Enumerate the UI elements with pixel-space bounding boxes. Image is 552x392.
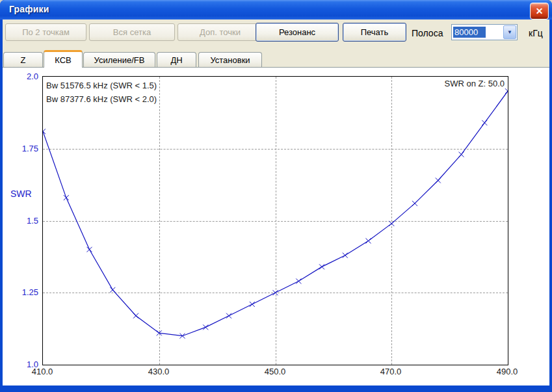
tab-dn[interactable]: ДН [157, 52, 196, 67]
window-title: Графики [9, 4, 49, 14]
resonance-button[interactable]: Резонанс [256, 23, 339, 42]
print-button[interactable]: Печать [343, 23, 406, 42]
tab-ksv-label: КСВ [55, 55, 72, 65]
x-tick-410: 410.0 [23, 367, 62, 376]
band-unit-label: кГц [529, 28, 543, 38]
y-tick-2_0: 2.0 [4, 72, 38, 81]
x-tick-430: 430.0 [139, 367, 178, 376]
title-bar[interactable]: Графики ✕ [0, 0, 552, 20]
extra-points-label: Доп. точки [200, 27, 241, 37]
bandwidth-swr-1_5: Bw 51576.5 kHz (SWR < 1.5) [46, 79, 157, 92]
x-tick-450: 450.0 [256, 367, 295, 376]
y-tick-1_75: 1.75 [4, 144, 38, 153]
whole-grid-label: Вся сетка [113, 27, 151, 37]
bandwidth-annotations: Bw 51576.5 kHz (SWR < 1.5) Bw 87377.6 kH… [46, 79, 157, 106]
band-label: Полоса [412, 28, 443, 38]
swr-curve [43, 77, 508, 365]
graphs-window: Графики ✕ По 2 точкам Вся сетка Доп. точ… [0, 0, 552, 392]
bandwidth-swr-2_0: Bw 87377.6 kHz (SWR < 2.0) [46, 92, 157, 106]
y-tick-1_5: 1.5 [4, 216, 38, 226]
band-dropdown-button[interactable]: ▼ [503, 25, 516, 39]
y-tick-1_25: 1.25 [4, 287, 38, 297]
band-combobox[interactable]: 80000 ▼ [451, 24, 518, 40]
print-label: Печать [361, 27, 389, 37]
x-tick-490: 490.0 [488, 367, 527, 376]
tab-z-label: Z [21, 55, 26, 65]
ksv-tab-page: 2.0 1.75 1.5 1.25 1.0 SWR 410.0 430.0 45… [3, 67, 549, 385]
tab-z[interactable]: Z [3, 52, 43, 67]
chevron-down-icon: ▼ [507, 29, 512, 35]
close-button[interactable]: ✕ [530, 3, 549, 20]
tab-settings-label: Установки [210, 55, 250, 65]
tab-settings[interactable]: Установки [198, 52, 262, 67]
whole-grid-button: Вся сетка [89, 23, 175, 41]
by-2-points-button: По 2 точкам [5, 23, 86, 41]
tab-gain-fb-label: Усиление/FB [94, 55, 145, 65]
resonance-label: Резонанс [279, 27, 315, 37]
swr-on-z-annotation: SWR on Z: 50.0 [445, 79, 505, 88]
extra-points-button: Доп. точки [177, 23, 263, 41]
band-value-selected-text: 80000 [453, 27, 486, 38]
tab-dn-label: ДН [170, 55, 182, 65]
tab-ksv[interactable]: КСВ [44, 50, 83, 68]
by-2-points-label: По 2 точкам [22, 27, 70, 37]
window-content: По 2 точкам Вся сетка Доп. точки Резонан… [3, 20, 549, 385]
y-axis-label: SWR [10, 189, 32, 199]
plot-area [42, 76, 508, 365]
close-icon: ✕ [536, 6, 544, 16]
x-tick-470: 470.0 [371, 367, 410, 376]
band-value-field[interactable]: 80000 [452, 25, 503, 40]
tab-gain-fb[interactable]: Усиление/FB [83, 52, 155, 67]
